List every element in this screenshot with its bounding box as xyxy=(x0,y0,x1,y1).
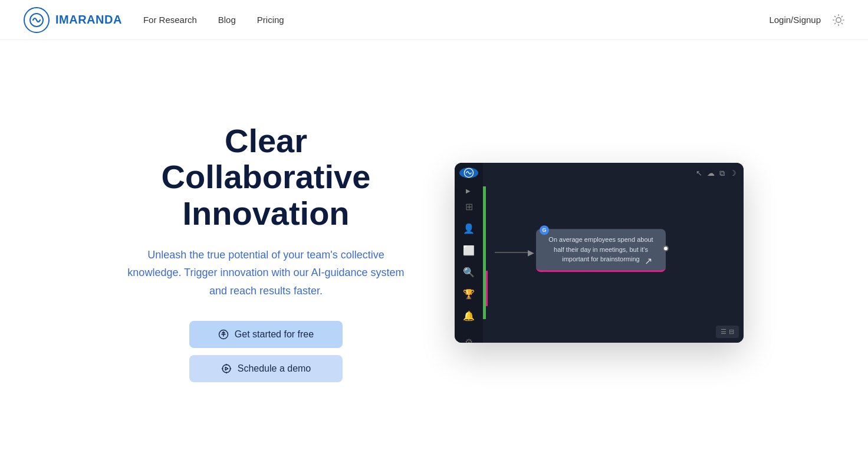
svg-line-5 xyxy=(841,23,842,24)
schedule-demo-button[interactable]: Schedule a demo xyxy=(189,355,343,382)
svg-line-8 xyxy=(835,23,836,24)
cursor-indicator: ↗ xyxy=(645,255,652,267)
hero-section: Clear Collaborative Innovation Unleash t… xyxy=(0,40,868,453)
schedule-demo-icon xyxy=(221,363,232,374)
bottom-bar-list-icon: ☰ xyxy=(721,328,726,336)
sidebar-logo-btn[interactable] xyxy=(459,168,478,178)
sidebar-bell-icon[interactable]: 🔔 xyxy=(459,307,478,325)
tooltip-text: On average employees spend about half th… xyxy=(544,235,657,264)
sidebar-user-icon[interactable]: 👤 xyxy=(459,219,478,238)
navbar: IMARANDA For Research Blog Pricing Login… xyxy=(0,0,868,40)
sidebar-expand-icon: ▶ xyxy=(466,188,471,194)
nav-left: IMARANDA For Research Blog Pricing xyxy=(24,7,284,33)
mockup-sidebar: ▶ ⊞ 👤 ⬜ 🔍 🏆 🔔 ⚙ xyxy=(455,163,483,343)
svg-line-4 xyxy=(835,16,836,17)
svg-point-1 xyxy=(836,17,841,22)
get-started-button[interactable]: Get started for free xyxy=(189,321,343,348)
cloud-icon: ☁ xyxy=(707,169,715,178)
get-started-icon xyxy=(218,329,229,340)
hero-title: Clear Collaborative Innovation xyxy=(124,123,407,232)
mockup-toolbar: ↖ ☁ ⧉ ☽ xyxy=(689,163,744,184)
cursor-icon: ↖ xyxy=(696,169,702,178)
bottom-bar-grid-icon: ⊟ xyxy=(729,328,734,336)
logo-icon xyxy=(24,7,50,33)
nav-pricing[interactable]: Pricing xyxy=(257,15,284,25)
nav-blog[interactable]: Blog xyxy=(218,15,236,25)
app-mockup: ↖ ☁ ⧉ ☽ ▶ ⊞ 👤 ⬜ 🔍 🏆 🔔 ⚙ xyxy=(455,163,744,343)
tooltip-connector-dot xyxy=(663,245,669,251)
sidebar-settings-icon[interactable]: ⚙ xyxy=(461,333,476,343)
google-badge: G xyxy=(540,225,549,235)
sidebar-trophy-icon[interactable]: 🏆 xyxy=(459,285,478,303)
svg-line-9 xyxy=(841,16,842,17)
sidebar-grid-icon[interactable]: ⊞ xyxy=(462,198,476,216)
hero-content: Clear Collaborative Innovation Unleash t… xyxy=(124,123,407,383)
svg-point-11 xyxy=(222,365,231,373)
mockup-content-area: ▶ G On average employees spend about hal… xyxy=(483,163,744,343)
hero-buttons: Get started for free Schedule a demo xyxy=(124,321,407,382)
sidebar-search-icon[interactable]: 🔍 xyxy=(459,263,478,281)
mockup-bottom-bar: ☰ ⊟ xyxy=(716,326,739,338)
moon-icon: ☽ xyxy=(729,169,737,178)
nav-right: Login/Signup xyxy=(769,14,844,26)
sidebar-layers-icon[interactable]: ⬜ xyxy=(459,241,478,260)
logo[interactable]: IMARANDA xyxy=(24,7,122,33)
flow-arrow: ▶ xyxy=(495,248,534,257)
copy-icon: ⧉ xyxy=(719,169,725,178)
pink-accent-bar xyxy=(486,271,488,306)
brand-name: IMARANDA xyxy=(55,13,122,27)
hero-subtitle: Unleash the true potential of your team'… xyxy=(124,246,407,300)
nav-for-research[interactable]: For Research xyxy=(143,15,197,25)
login-signup-link[interactable]: Login/Signup xyxy=(769,15,821,25)
theme-toggle-button[interactable] xyxy=(833,14,844,26)
